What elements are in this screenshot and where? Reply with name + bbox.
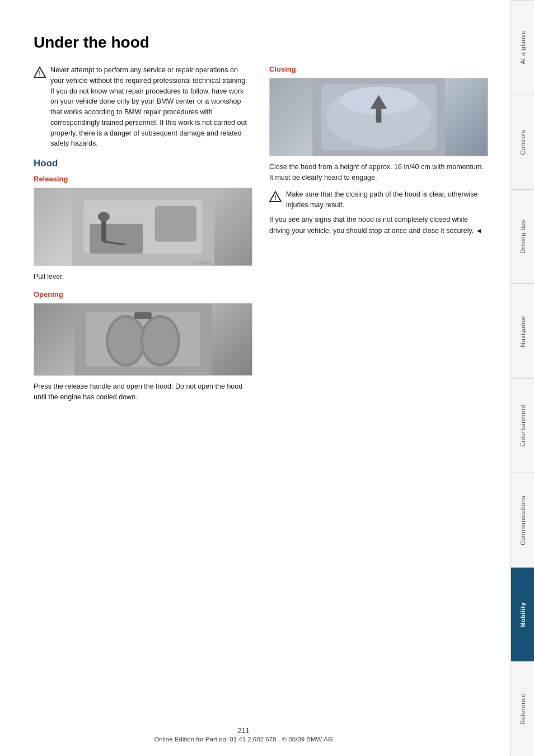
closing-image: YRC6LBGAR xyxy=(269,78,488,156)
releasing-subheading: Releasing xyxy=(34,175,252,183)
closing-subheading: Closing xyxy=(269,65,488,73)
warning-icon-closing: ! xyxy=(269,190,282,203)
sidebar-tab-reference[interactable]: Reference xyxy=(511,661,534,756)
hood-section-heading: Hood xyxy=(34,158,252,169)
main-content: Under the hood ! Never attempt to perfor… xyxy=(0,0,510,756)
main-warning-block: ! Never attempt to perform any service o… xyxy=(34,65,252,149)
sidebar-tab-at-a-glance[interactable]: At a glance xyxy=(511,0,534,95)
sidebar-tab-driving-tips[interactable]: Driving tips xyxy=(511,189,534,284)
sidebar-tab-communications[interactable]: Communications xyxy=(511,473,534,567)
closing-warning-block: ! Make sure that the closing path of the… xyxy=(269,189,488,211)
opening-image: 88-V-F0010-46 xyxy=(34,303,252,376)
closing-caption2: If you see any signs that the hood is no… xyxy=(269,214,488,236)
svg-text:YRC5280AR: YRC5280AR xyxy=(191,261,212,265)
opening-caption: Press the release handle and open the ho… xyxy=(34,381,252,403)
svg-rect-6 xyxy=(101,218,106,241)
svg-text:!: ! xyxy=(39,70,41,77)
sidebar-tab-controls[interactable]: Controls xyxy=(511,95,534,189)
closing-image-svg: YRC6LBGAR xyxy=(270,78,488,156)
releasing-caption: Pull lever. xyxy=(34,272,252,282)
left-column: ! Never attempt to perform any service o… xyxy=(34,65,252,410)
releasing-image: YRC5280AR xyxy=(34,188,252,266)
page-title: Under the hood xyxy=(34,34,488,52)
svg-rect-4 xyxy=(155,206,196,242)
svg-text:!: ! xyxy=(274,194,277,201)
warning-icon-main: ! xyxy=(34,66,46,78)
releasing-image-svg: YRC5280AR xyxy=(34,188,252,265)
closing-warning-text: Make sure that the closing path of the h… xyxy=(286,189,488,211)
main-warning-text: Never attempt to perform any service or … xyxy=(50,65,252,149)
sidebar-tab-mobility[interactable]: Mobility xyxy=(511,567,534,662)
closing-caption1: Close the hood from a height of approx. … xyxy=(269,162,488,184)
sidebar-tab-entertainment[interactable]: Entertainment xyxy=(511,378,534,473)
page-footer: 211 Online Edition for Part no. 01 41 2 … xyxy=(0,726,487,743)
opening-image-svg: 88-V-F0010-46 xyxy=(34,304,252,375)
opening-subheading: Opening xyxy=(34,290,252,298)
svg-text:88-V-F0010-46: 88-V-F0010-46 xyxy=(186,371,209,375)
sidebar: At a glance Controls Driving tips Naviga… xyxy=(510,0,534,756)
footer-text: Online Edition for Part no. 01 41 2 602 … xyxy=(0,736,487,743)
right-column: Closing YRC6LBGAR xyxy=(269,65,488,410)
svg-text:YRC6LBGAR: YRC6LBGAR xyxy=(422,152,442,155)
svg-point-7 xyxy=(98,212,110,221)
sidebar-tab-navigation[interactable]: Navigation xyxy=(511,283,534,378)
page-number: 211 xyxy=(0,726,487,735)
svg-rect-5 xyxy=(90,224,143,254)
